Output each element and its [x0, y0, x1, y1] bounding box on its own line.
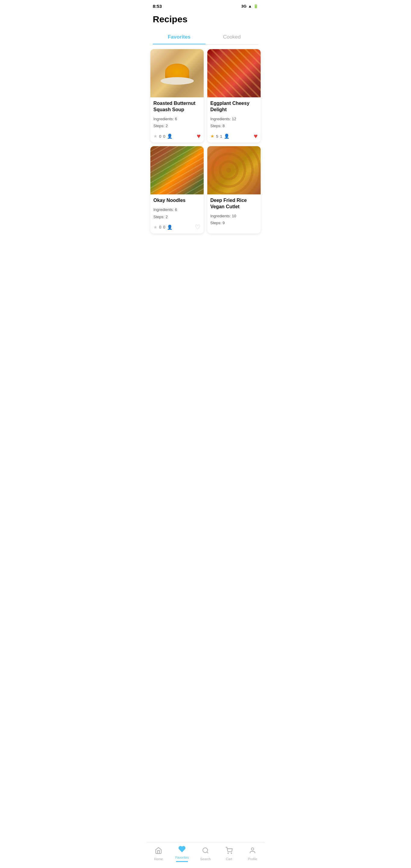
favorite-button-1[interactable]: ♥	[197, 132, 201, 140]
ingredients-label-2: Ingredients: 12	[210, 116, 258, 122]
rating-value-1: 0	[159, 134, 161, 138]
recipe-meta-1: Ingredients: 6 Steps: 2	[153, 116, 201, 130]
steps-label-3: Steps: 2	[153, 213, 201, 220]
battery-icon: 🔋	[253, 4, 258, 8]
recipe-meta-2: Ingredients: 12 Steps: 8	[210, 116, 258, 130]
recipe-footer-2: ★ 5 1 👤 ♥	[210, 132, 258, 140]
rating-value-2: 5	[216, 134, 218, 138]
recipe-card-2[interactable]: Eggplant Cheesy Delight Ingredients: 12 …	[207, 49, 261, 143]
recipe-stats-1: ★ 0 0 👤	[153, 133, 173, 139]
ingredients-label-4: Ingredients: 10	[210, 213, 258, 219]
favorite-button-3[interactable]: ♡	[195, 223, 201, 231]
recipe-stats-3: ★ 0 0 👤	[153, 224, 173, 230]
recipe-info-1: Roasted Butternut Squash Soup Ingredient…	[150, 97, 204, 143]
recipe-image-3	[150, 146, 204, 194]
star-icon-2: ★	[210, 133, 214, 139]
steps-label-1: Steps: 2	[153, 122, 201, 129]
recipe-info-2: Eggplant Cheesy Delight Ingredients: 12 …	[207, 97, 261, 143]
ingredients-label-3: Ingredients: 6	[153, 206, 201, 213]
people-count-3: 0	[163, 225, 165, 229]
profile-label: Profile	[248, 857, 257, 861]
recipe-title-4: Deep Fried Rice Vegan Cutlet	[210, 197, 258, 210]
person-icon-1: 👤	[167, 133, 173, 139]
star-icon-1: ★	[153, 133, 157, 139]
recipe-image-4	[207, 146, 261, 194]
nav-favorites[interactable]: Favorites	[170, 845, 194, 862]
recipe-footer-3: ★ 0 0 👤 ♡	[153, 223, 201, 231]
nav-cart[interactable]: Cart	[217, 847, 241, 861]
recipe-title-3: Okay Noodles	[153, 197, 201, 204]
recipe-image-1	[150, 49, 204, 97]
star-icon-3: ★	[153, 224, 157, 230]
nav-search[interactable]: Search	[194, 847, 217, 861]
tab-favorites[interactable]: Favorites	[153, 30, 205, 44]
cart-icon	[225, 847, 232, 856]
network-icon: 3G	[241, 4, 247, 8]
svg-point-4	[251, 848, 254, 850]
recipe-card-4[interactable]: Deep Fried Rice Vegan Cutlet Ingredients…	[207, 146, 261, 234]
recipe-meta-4: Ingredients: 10 Steps: 9	[210, 213, 258, 227]
tabs-container: Favorites Cooked	[153, 30, 258, 44]
profile-icon	[249, 847, 256, 856]
status-time: 8:53	[153, 4, 162, 9]
tab-cooked[interactable]: Cooked	[205, 30, 258, 44]
search-label: Search	[200, 857, 211, 861]
home-label: Home	[154, 857, 163, 861]
people-count-1: 0	[163, 134, 165, 138]
people-count-2: 1	[220, 134, 222, 138]
recipe-meta-3: Ingredients: 6 Steps: 2	[153, 206, 201, 220]
recipe-footer-1: ★ 0 0 👤 ♥	[153, 132, 201, 140]
person-icon-2: 👤	[224, 133, 230, 139]
favorites-label: Favorites	[175, 856, 189, 859]
recipe-stats-2: ★ 5 1 👤	[210, 133, 230, 139]
ingredients-label-1: Ingredients: 6	[153, 116, 201, 122]
status-icons: 3G ▲ 🔋	[241, 4, 258, 8]
cart-label: Cart	[226, 857, 232, 861]
nav-home[interactable]: Home	[147, 847, 170, 861]
recipe-image-2	[207, 49, 261, 97]
rating-value-3: 0	[159, 225, 161, 229]
signal-icon: ▲	[248, 4, 252, 8]
home-icon	[155, 847, 162, 856]
recipe-title-1: Roasted Butternut Squash Soup	[153, 100, 201, 113]
steps-label-4: Steps: 9	[210, 219, 258, 226]
favorites-icon	[179, 845, 186, 855]
recipe-card-3[interactable]: Okay Noodles Ingredients: 6 Steps: 2 ★ 0…	[150, 146, 204, 234]
bottom-nav: Home Favorites Search Cart	[147, 842, 264, 868]
recipes-grid: Roasted Butternut Squash Soup Ingredient…	[147, 49, 264, 261]
recipe-info-4: Deep Fried Rice Vegan Cutlet Ingredients…	[207, 194, 261, 232]
status-bar: 8:53 3G ▲ 🔋	[147, 0, 264, 11]
svg-point-2	[228, 853, 228, 854]
recipe-info-3: Okay Noodles Ingredients: 6 Steps: 2 ★ 0…	[150, 194, 204, 234]
favorite-button-2[interactable]: ♥	[254, 132, 258, 140]
person-icon-3: 👤	[167, 224, 173, 230]
page-title: Recipes	[147, 11, 264, 30]
svg-point-3	[231, 853, 232, 854]
favorites-indicator	[176, 861, 188, 862]
search-icon	[202, 847, 209, 856]
recipe-card-1[interactable]: Roasted Butternut Squash Soup Ingredient…	[150, 49, 204, 143]
recipe-title-2: Eggplant Cheesy Delight	[210, 100, 258, 113]
steps-label-2: Steps: 8	[210, 122, 258, 129]
nav-profile[interactable]: Profile	[241, 847, 264, 861]
svg-point-0	[203, 848, 208, 852]
svg-line-1	[207, 852, 208, 853]
